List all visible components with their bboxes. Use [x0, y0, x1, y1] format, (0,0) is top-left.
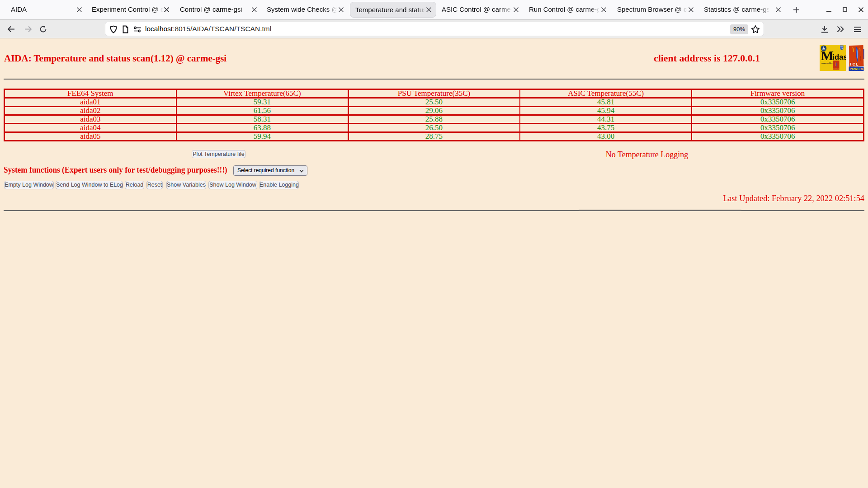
svg-text:POWERED: POWERED [850, 67, 865, 70]
svg-text:powered by: powered by [821, 62, 833, 64]
svg-text:TCL: TCL [849, 62, 859, 66]
svg-text:M: M [821, 48, 834, 63]
svg-text:L O G I C: L O G I C [834, 68, 840, 70]
svg-text:idas: idas [832, 53, 846, 61]
